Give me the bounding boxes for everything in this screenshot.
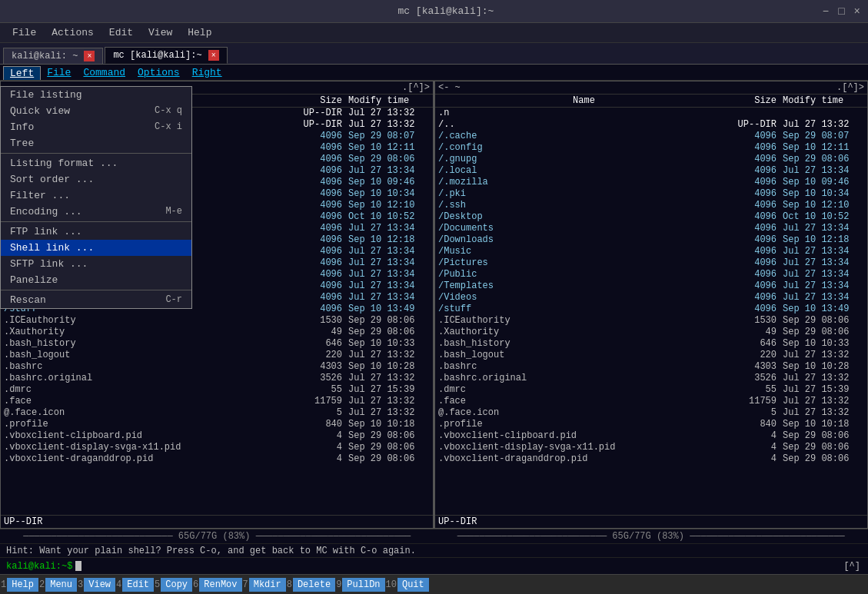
fkey-3[interactable]: 3View <box>77 575 115 594</box>
file-row[interactable]: .vboxclient-clipboard.pid4Sep 29 08:06 <box>435 430 867 442</box>
file-row[interactable]: .dmrc55Jul 27 15:39 <box>435 384 867 396</box>
file-row[interactable]: .ICEauthority1530Sep 29 08:06 <box>1 315 433 327</box>
file-row[interactable]: .bashrc.original3526Jul 27 13:32 <box>1 373 433 384</box>
dropdown-item[interactable]: InfoC-x i <box>1 119 191 135</box>
file-row[interactable]: .vboxclient-clipboard.pid4Sep 29 08:06 <box>1 430 433 442</box>
fkey-num-10: 10 <box>385 579 397 590</box>
fkey-2[interactable]: 2Menu <box>38 575 77 594</box>
dropdown-item[interactable]: Shell link ... <box>1 240 191 256</box>
dropdown-item[interactable]: FTP link ... <box>1 224 191 240</box>
file-row[interactable]: /Videos4096Jul 27 13:34 <box>435 292 867 304</box>
fkey-8[interactable]: 8Delete <box>286 575 335 594</box>
file-row[interactable]: /Documents4096Jul 27 13:34 <box>435 223 867 234</box>
fkey-4[interactable]: 4Edit <box>115 575 154 594</box>
file-row[interactable]: /.mozilla4096Sep 10 09:46 <box>435 177 867 188</box>
file-row[interactable]: /.ssh4096Sep 10 12:10 <box>435 200 867 211</box>
tab-2[interactable]: mc [kali@kali]:~ × <box>105 47 227 64</box>
dropdown-item[interactable]: RescanC-r <box>1 292 191 308</box>
nav-options[interactable]: Options <box>131 66 186 80</box>
tab-1-close[interactable]: × <box>84 51 95 61</box>
file-mtime: Jul 27 15:39 <box>345 384 430 396</box>
file-mtime <box>780 108 864 119</box>
file-row[interactable]: /stuff4096Sep 10 13:49 <box>435 304 867 315</box>
fkey-9[interactable]: 9PullDn <box>335 575 384 594</box>
file-row[interactable]: .profile840Sep 10 10:18 <box>435 419 867 430</box>
file-row[interactable]: /.config4096Sep 10 12:11 <box>435 142 867 154</box>
file-name: .bashrc.original <box>4 373 295 384</box>
file-row[interactable]: .n <box>435 108 867 119</box>
dropdown-item[interactable]: SFTP link ... <box>1 256 191 272</box>
shell-prompt: kali@kali:~$ <box>6 561 72 572</box>
maximize-button[interactable]: □ <box>838 5 844 18</box>
dropdown-item[interactable]: Encoding ...M-e <box>1 204 191 220</box>
file-row[interactable]: .vboxclient-draganddrop.pid4Sep 29 08:06 <box>435 453 867 465</box>
file-mtime: Jul 27 13:34 <box>780 280 864 292</box>
fkey-7[interactable]: 7Mkdir <box>242 575 286 594</box>
fkey-5[interactable]: 5Copy <box>154 575 192 594</box>
file-row[interactable]: .bash_history646Sep 10 10:33 <box>435 338 867 350</box>
file-row[interactable]: .bashrc4303Sep 10 10:28 <box>435 361 867 373</box>
fkey-label-3: View <box>84 578 115 592</box>
file-mtime: Jul 27 13:32 <box>780 119 864 131</box>
file-row[interactable]: .Xauthority49Sep 29 08:06 <box>1 327 433 338</box>
file-row[interactable]: .vboxclient-draganddrop.pid4Sep 29 08:06 <box>1 453 433 465</box>
file-row[interactable]: .Xauthority49Sep 29 08:06 <box>435 327 867 338</box>
file-row[interactable]: /Downloads4096Sep 10 12:18 <box>435 234 867 246</box>
file-row[interactable]: /Templates4096Jul 27 13:34 <box>435 280 867 292</box>
file-row[interactable]: .bash_logout220Jul 27 13:32 <box>1 350 433 361</box>
file-row[interactable]: /Pictures4096Jul 27 13:34 <box>435 257 867 269</box>
file-row[interactable]: /.cache4096Sep 29 08:07 <box>435 131 867 142</box>
file-row[interactable]: /..UP--DIRJul 27 13:32 <box>435 119 867 131</box>
file-size: 4 <box>730 430 780 442</box>
menu-help[interactable]: Help <box>181 25 218 40</box>
file-name: /Music <box>438 246 730 257</box>
file-name: .vboxclient-display-svga-x11.pid <box>4 442 295 453</box>
dropdown-item[interactable]: Panelize <box>1 272 191 288</box>
menu-view[interactable]: View <box>142 25 178 40</box>
file-row[interactable]: /Music4096Jul 27 13:34 <box>435 246 867 257</box>
file-row[interactable]: /.pki4096Sep 10 10:34 <box>435 188 867 200</box>
file-row[interactable]: .bash_logout220Jul 27 13:32 <box>435 350 867 361</box>
file-row[interactable]: .profile840Sep 10 10:18 <box>1 419 433 430</box>
menu-file[interactable]: File <box>6 25 42 40</box>
dropdown-item-label: Panelize <box>10 274 58 286</box>
nav-command[interactable]: Command <box>77 66 131 80</box>
file-row[interactable]: .ICEauthority1530Sep 29 08:06 <box>435 315 867 327</box>
dropdown-item[interactable]: Listing format ... <box>1 155 191 171</box>
file-row[interactable]: @.face.icon5Jul 27 13:32 <box>435 407 867 419</box>
file-row[interactable]: @.face.icon5Jul 27 13:32 <box>1 407 433 419</box>
file-row[interactable]: /.gnupg4096Sep 29 08:06 <box>435 154 867 165</box>
file-name: .bash_logout <box>4 350 295 361</box>
minimize-button[interactable]: − <box>823 5 829 18</box>
nav-left[interactable]: Left <box>3 66 41 80</box>
file-row[interactable]: /Public4096Jul 27 13:34 <box>435 269 867 280</box>
nav-file[interactable]: File <box>41 66 77 80</box>
dropdown-item[interactable]: Sort order ... <box>1 171 191 187</box>
file-row[interactable]: /.local4096Jul 27 13:34 <box>435 165 867 177</box>
nav-right[interactable]: Right <box>186 66 228 80</box>
dropdown-item[interactable]: File listing <box>1 87 191 103</box>
dropdown-item[interactable]: Tree <box>1 135 191 151</box>
fkey-6[interactable]: 6RenMov <box>192 575 241 594</box>
close-button[interactable]: × <box>854 5 860 18</box>
file-row[interactable]: .bash_history646Sep 10 10:33 <box>1 338 433 350</box>
file-mtime: Jul 27 13:32 <box>780 407 864 419</box>
fkey-10[interactable]: 10Quit <box>385 575 429 594</box>
file-mtime: Jul 27 13:34 <box>345 223 430 234</box>
fkey-1[interactable]: 1Help <box>0 575 38 594</box>
dropdown-item[interactable]: Filter ... <box>1 187 191 204</box>
dropdown-item[interactable]: Quick viewC-x q <box>1 103 191 119</box>
file-row[interactable]: .bashrc.original3526Jul 27 13:32 <box>435 373 867 384</box>
tab-1[interactable]: kali@kali: ~ × <box>3 48 103 64</box>
file-row[interactable]: .dmrc55Jul 27 15:39 <box>1 384 433 396</box>
file-row[interactable]: /Desktop4096Oct 10 10:52 <box>435 211 867 223</box>
file-row[interactable]: .face11759Jul 27 13:32 <box>435 396 867 407</box>
file-row[interactable]: .bashrc4303Sep 10 10:28 <box>1 361 433 373</box>
file-row[interactable]: .face11759Jul 27 13:32 <box>1 396 433 407</box>
file-row[interactable]: .vboxclient-display-svga-x11.pid4Sep 29 … <box>435 442 867 453</box>
file-size: 4 <box>295 453 345 465</box>
file-row[interactable]: .vboxclient-display-svga-x11.pid4Sep 29 … <box>1 442 433 453</box>
menu-actions[interactable]: Actions <box>45 25 100 40</box>
tab-2-close[interactable]: × <box>208 50 219 61</box>
menu-edit[interactable]: Edit <box>103 25 139 40</box>
